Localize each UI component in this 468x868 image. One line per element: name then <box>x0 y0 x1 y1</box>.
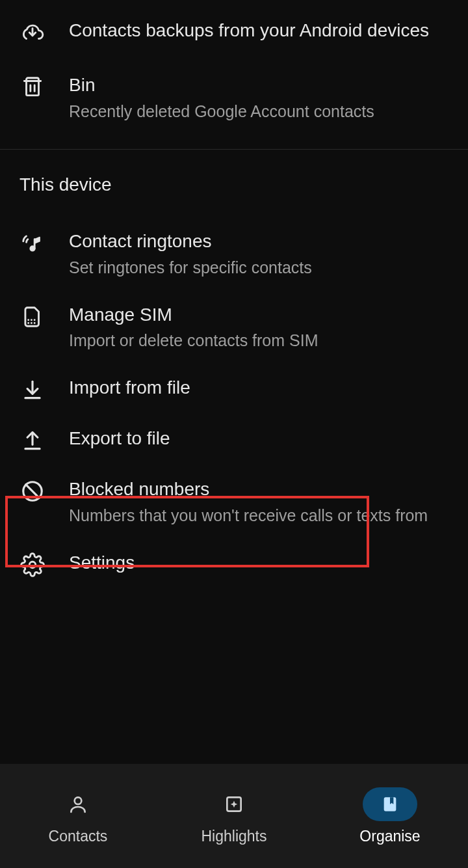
row-export-to-file[interactable]: Export to file <box>0 414 468 465</box>
block-icon <box>20 478 46 504</box>
row-manage-sim[interactable]: Manage SIM Import or delete contacts fro… <box>0 291 468 364</box>
bottom-nav: Contacts Highlights Organise <box>0 764 468 868</box>
row-settings[interactable]: Settings <box>0 539 468 590</box>
row-subtitle: Recently deleted Google Account contacts <box>69 100 448 123</box>
nav-contacts[interactable]: Contacts <box>0 764 156 868</box>
row-title: Export to file <box>69 426 448 451</box>
ringtone-icon <box>20 230 46 256</box>
person-icon <box>51 787 105 821</box>
gear-icon <box>20 552 46 578</box>
nav-highlights[interactable]: Highlights <box>156 764 312 868</box>
nav-label: Organise <box>359 828 420 845</box>
section-divider <box>0 149 468 150</box>
svg-point-4 <box>75 797 82 804</box>
row-backups[interactable]: Contacts backups from your Android devic… <box>0 0 468 57</box>
row-bin[interactable]: Bin Recently deleted Google Account cont… <box>0 57 468 142</box>
row-title: Contacts backups from your Android devic… <box>69 18 448 43</box>
section-header-this-device: This device <box>0 165 468 217</box>
row-title: Import from file <box>69 375 448 400</box>
bookmark-card-icon <box>363 787 417 821</box>
row-blocked-numbers[interactable]: Blocked numbers Numbers that you won't r… <box>0 465 468 539</box>
row-title: Bin <box>69 73 448 98</box>
row-title: Blocked numbers <box>69 477 448 502</box>
svg-point-3 <box>29 562 36 568</box>
trash-icon <box>20 74 46 100</box>
download-icon <box>20 377 46 403</box>
row-title: Settings <box>69 550 448 575</box>
nav-label: Highlights <box>202 828 267 845</box>
row-import-from-file[interactable]: Import from file <box>0 364 468 414</box>
device-group: Contact ringtones Set ringtones for spec… <box>0 217 468 590</box>
upload-icon <box>20 427 46 454</box>
nav-label: Contacts <box>49 828 108 845</box>
row-subtitle: Numbers that you won't receive calls or … <box>69 504 448 527</box>
row-title: Manage SIM <box>69 303 448 327</box>
row-subtitle: Set ringtones for specific contacts <box>69 256 448 279</box>
svg-rect-0 <box>27 81 39 96</box>
sim-card-icon <box>20 304 46 330</box>
settings-content: Contacts backups from your Android devic… <box>0 0 468 764</box>
row-subtitle: Import or delete contacts from SIM <box>69 329 448 352</box>
sparkle-icon <box>207 787 261 821</box>
cloud-download-icon <box>20 20 46 46</box>
svg-point-1 <box>30 246 35 251</box>
nav-organise[interactable]: Organise <box>312 764 468 868</box>
backup-group: Contacts backups from your Android devic… <box>0 0 468 142</box>
row-contact-ringtones[interactable]: Contact ringtones Set ringtones for spec… <box>0 217 468 291</box>
row-title: Contact ringtones <box>69 229 448 254</box>
